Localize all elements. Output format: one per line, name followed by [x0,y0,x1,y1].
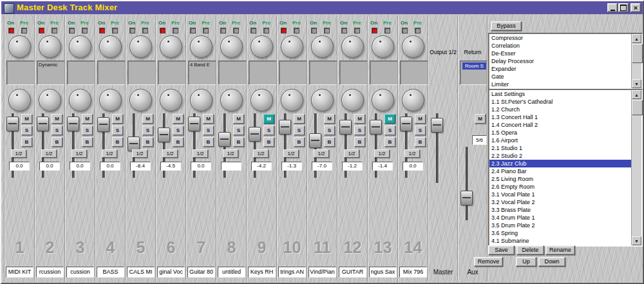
on-indicator[interactable] [251,28,256,33]
mute-button[interactable]: M [21,114,32,124]
aux-route-box[interactable]: 5/6 [472,135,487,145]
on-indicator[interactable] [402,28,408,33]
preset-item[interactable]: 1.5 Opera [489,129,632,137]
fader-value-box[interactable]: 0.0 [100,162,120,171]
effect-item[interactable]: Expander [489,65,632,73]
pre-indicator[interactable] [112,28,118,33]
aux-send-knob[interactable] [8,35,31,58]
output-route-button[interactable]: 1/2 [102,149,117,158]
channel-b-button[interactable]: B [142,137,153,147]
pan-knob[interactable] [220,89,243,111]
pan-knob[interactable] [281,89,303,111]
delete-button[interactable]: Delete [516,245,544,255]
mute-button[interactable]: M [52,114,62,124]
solo-button[interactable]: S [263,126,274,135]
pre-indicator[interactable] [233,28,239,33]
on-indicator[interactable] [190,28,196,33]
solo-button[interactable]: S [415,126,426,135]
channel-name-box[interactable]: cussion [66,267,94,278]
mute-button[interactable]: M [354,114,365,124]
channel-b-button[interactable]: B [324,137,335,147]
output-route-button[interactable]: 1/2 [374,149,390,158]
preset-item[interactable]: 2.5 Living Room [489,175,632,183]
channel-name-box[interactable]: MIDI KIT [6,267,33,278]
fader-value-box[interactable]: 0.0 [191,162,211,171]
aux-send-knob[interactable] [99,35,122,58]
solo-button[interactable]: S [203,126,214,135]
presets-scrollbar[interactable]: ▲ ▼ [631,90,641,245]
channel-name-box[interactable]: Guitar 80 [187,267,215,278]
channel-b-button[interactable]: B [233,137,244,147]
pan-knob[interactable] [402,89,424,111]
on-indicator[interactable] [99,28,105,33]
channel-b-button[interactable]: B [415,137,426,147]
preset-item[interactable]: 1.6 Airport [489,137,632,144]
fader-handle[interactable] [6,117,19,131]
channel-name-box[interactable]: Vind/Pian [308,267,336,278]
pre-indicator[interactable] [384,28,390,33]
mute-button[interactable]: M [112,114,123,124]
output-route-button[interactable]: 1/2 [193,149,208,158]
pre-indicator[interactable] [324,28,330,33]
aux-send-knob[interactable] [341,35,364,58]
insert-effect-slot[interactable] [158,61,186,85]
channel-b-button[interactable]: B [294,137,305,147]
fader-handle[interactable] [37,117,49,131]
preset-item[interactable]: 1.2 Church [489,106,632,113]
channel-name-box[interactable]: CALS MI [127,267,155,278]
on-indicator[interactable] [311,28,317,33]
insert-effect-slot[interactable] [279,61,307,85]
preset-item[interactable]: 3.3 Brass Plate [489,206,632,214]
insert-effect-slot[interactable]: Dynamic [37,61,65,85]
output-route-button[interactable]: 1/2 [404,149,420,158]
channel-name-box[interactable]: Mix 796 [399,267,427,278]
pre-indicator[interactable] [263,28,269,33]
fader-value-box[interactable]: 0.0 [402,162,423,171]
preset-item[interactable]: 3.2 Vocal Plate 2 [489,198,632,206]
on-indicator[interactable] [220,28,226,33]
pan-knob[interactable] [99,89,122,111]
fader-handle[interactable] [218,132,231,147]
mute-button[interactable]: M [415,114,426,124]
output-route-button[interactable]: 1/2 [41,149,57,158]
mute-button[interactable]: M [233,114,244,124]
insert-effect-slot[interactable] [309,61,337,85]
scrollbar-thumb[interactable] [632,44,643,63]
aux-send-knob[interactable] [39,35,61,58]
scroll-down-button[interactable]: ▼ [632,79,641,88]
pan-knob[interactable] [341,89,364,111]
output-route-button[interactable]: 1/2 [283,149,299,158]
mute-button[interactable]: M [82,114,93,124]
fader-handle[interactable] [279,120,291,135]
output-route-button[interactable]: 1/2 [314,149,329,158]
preset-item[interactable]: 2.1 Studio 1 [489,144,632,152]
fader-value-box[interactable]: 0.0 [9,162,30,171]
preset-item[interactable]: Last Settings [489,90,632,98]
title-bar[interactable]: Master Desk Track Mixer × [1,1,643,14]
preset-item[interactable]: 3.4 Drum Plate 1 [489,214,632,222]
channel-b-button[interactable]: B [82,137,93,147]
channel-b-button[interactable]: B [203,137,214,147]
pan-knob[interactable] [311,89,334,111]
solo-button[interactable]: S [82,126,93,135]
channel-name-box[interactable]: ngus Sax [369,267,397,278]
fader-value-box[interactable]: -8.4 [130,162,151,171]
preset-item[interactable]: 1.1 St.Peter's Cathedral [489,98,632,106]
up-button[interactable]: Up [516,257,536,267]
channel-name-box[interactable]: rcussion [36,267,64,278]
channel-name-box[interactable]: GUITAR [339,267,366,278]
fader-handle[interactable] [370,120,382,135]
on-indicator[interactable] [372,28,377,33]
aux-send-knob[interactable] [129,35,152,58]
on-indicator[interactable] [129,28,135,33]
solo-button[interactable]: S [112,126,123,135]
aux-send-knob[interactable] [190,35,213,58]
preset-item[interactable]: 2.4 Piano Bar [489,167,632,175]
aux-send-knob[interactable] [402,35,424,58]
preset-item[interactable]: 2.2 Studio 2 [489,152,632,160]
channel-name-box[interactable]: BASS [97,267,124,278]
return-insert-slot[interactable]: Room S [460,61,488,85]
pan-knob[interactable] [69,89,91,111]
close-button[interactable]: × [630,3,641,12]
fader-handle[interactable] [339,120,352,135]
